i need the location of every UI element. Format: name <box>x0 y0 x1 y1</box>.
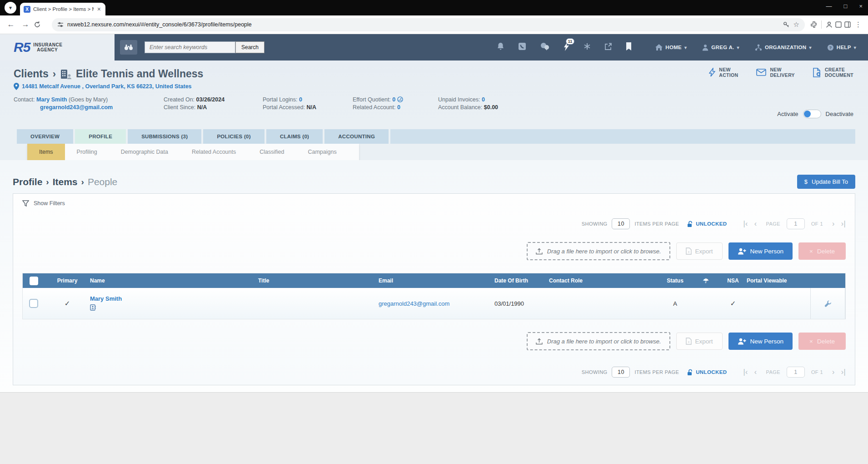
related-account-value[interactable]: 0 <box>397 104 400 111</box>
row-settings-button[interactable] <box>810 288 845 319</box>
tab-profile[interactable]: PROFILE <box>75 129 126 144</box>
tab-accounting[interactable]: ACCOUNTING <box>324 129 389 144</box>
col-dob[interactable]: Date Of Birth <box>494 277 549 284</box>
profile-icon[interactable] <box>825 21 833 29</box>
app-logo[interactable]: R5 INSURANCE AGENCY <box>0 34 115 61</box>
insurance-umbrella-icon[interactable]: ☂ <box>692 277 719 284</box>
tab-close-icon[interactable]: × <box>96 5 102 13</box>
file-dropzone[interactable]: Drag a file here to import or click to b… <box>527 332 670 350</box>
breadcrumb-profile[interactable]: Profile <box>13 177 42 187</box>
forward-button[interactable]: → <box>19 20 32 29</box>
activate-toggle[interactable] <box>803 110 821 118</box>
subtab-items[interactable]: Items <box>27 144 65 160</box>
tab-overview[interactable]: OVERVIEW <box>17 129 73 144</box>
site-settings-icon[interactable] <box>57 21 64 28</box>
items-per-page-input[interactable]: 10 <box>612 367 630 378</box>
col-contact-role[interactable]: Contact Role <box>549 277 658 284</box>
person-email-link[interactable]: gregarnold243@gmail.com <box>379 300 449 307</box>
nav-organization[interactable]: ORGANIZATION ▾ <box>755 44 812 51</box>
last-page-button[interactable]: ›| <box>841 368 846 376</box>
first-page-button[interactable]: |‹ <box>743 368 748 376</box>
create-document-button[interactable]: CREATEDOCUMENT <box>813 67 853 78</box>
new-person-button[interactable]: New Person <box>728 242 793 260</box>
show-filters-button[interactable]: Show Filters <box>22 200 846 207</box>
select-all-checkbox[interactable] <box>30 277 38 285</box>
page-number-input[interactable]: 1 <box>787 367 805 378</box>
new-person-button[interactable]: New Person <box>728 333 793 350</box>
file-dropzone[interactable]: Drag a file here to import or click to b… <box>527 242 670 260</box>
first-page-button[interactable]: |‹ <box>743 220 748 228</box>
browser-tab[interactable]: X Client > Profile > Items > Mana × <box>20 3 105 15</box>
effort-quotient-value[interactable]: 0 <box>392 96 395 103</box>
tab-search-button[interactable]: ▾ <box>5 2 16 14</box>
browser-menu-icon[interactable]: ⋮ <box>853 20 863 29</box>
update-bill-to-button[interactable]: $ Update Bill To <box>797 175 855 189</box>
tab-submissions[interactable]: SUBMISSIONS (3) <box>128 129 201 144</box>
phone-button[interactable] <box>518 42 526 52</box>
extensions-icon[interactable] <box>810 21 818 28</box>
subtab-profiling[interactable]: Profiling <box>65 144 109 160</box>
gauge-icon[interactable] <box>397 96 403 102</box>
delete-button[interactable]: × Delete <box>798 333 846 350</box>
sticky-notes-button[interactable] <box>584 43 591 52</box>
contact-card-button[interactable] <box>90 304 258 312</box>
page-number-input[interactable]: 1 <box>787 218 805 229</box>
breadcrumb-items[interactable]: Items <box>53 177 78 187</box>
lock-toggle[interactable]: UNLOCKED <box>687 369 727 376</box>
downloads-icon[interactable] <box>835 21 842 28</box>
person-name-link[interactable]: Mary Smith <box>90 295 258 302</box>
nav-home[interactable]: HOME ▾ <box>655 44 687 51</box>
url-text[interactable]: nxweb12.nexsure.com/nexui/#/entity_conso… <box>67 21 779 28</box>
messages-button[interactable] <box>540 42 550 52</box>
client-address[interactable]: 14481 Metcalf Avenue , Overland Park, KS… <box>22 83 192 90</box>
minimize-button[interactable]: — <box>826 3 832 10</box>
subtab-campaigns[interactable]: Campaigns <box>296 144 348 160</box>
address-bar[interactable]: nxweb12.nexsure.com/nexui/#/entity_conso… <box>52 18 805 31</box>
maximize-button[interactable]: □ <box>844 3 848 10</box>
contact-name-link[interactable]: Mary Smith <box>36 96 67 103</box>
bookmarks-button[interactable] <box>626 42 632 52</box>
col-email[interactable]: Email <box>379 277 494 284</box>
col-nsa[interactable]: NSA <box>719 277 747 284</box>
delete-button[interactable]: × Delete <box>798 242 846 260</box>
lock-toggle[interactable]: UNLOCKED <box>687 221 727 227</box>
side-panel-icon[interactable] <box>844 21 851 28</box>
contact-email-link[interactable]: gregarnold243@gmail.com <box>40 104 113 111</box>
actions-button[interactable]: 11 <box>564 42 570 53</box>
prev-page-button[interactable]: ‹ <box>754 368 757 376</box>
new-delivery-button[interactable]: NEWDELIVERY <box>756 67 795 78</box>
prev-page-button[interactable]: ‹ <box>754 220 757 228</box>
subtab-related-accounts[interactable]: Related Accounts <box>180 144 248 160</box>
external-link-button[interactable] <box>604 43 612 52</box>
col-status[interactable]: Status <box>658 277 692 284</box>
search-input[interactable] <box>145 41 235 53</box>
advanced-search-button[interactable] <box>120 40 137 55</box>
tab-claims[interactable]: CLAIMS (0) <box>266 129 323 144</box>
col-name[interactable]: Name <box>90 277 258 284</box>
password-key-icon[interactable] <box>783 21 790 28</box>
nav-help[interactable]: ? HELP ▾ <box>827 44 856 51</box>
nav-user[interactable]: GREG A. ▾ <box>702 44 739 51</box>
back-button[interactable]: ← <box>5 20 17 29</box>
next-page-button[interactable]: › <box>832 220 835 228</box>
close-window-button[interactable]: × <box>859 3 863 10</box>
col-primary[interactable]: Primary <box>45 277 90 284</box>
subtab-demographic-data[interactable]: Demographic Data <box>109 144 180 160</box>
client-address-row[interactable]: 14481 Metcalf Avenue , Overland Park, KS… <box>14 83 868 90</box>
clients-link[interactable]: Clients <box>14 68 49 80</box>
subtab-classified[interactable]: Classified <box>248 144 296 160</box>
last-page-button[interactable]: ›| <box>841 220 846 228</box>
col-title[interactable]: Title <box>258 277 379 284</box>
bookmark-star-icon[interactable]: ☆ <box>793 20 799 29</box>
col-portal-viewable[interactable]: Portal Viewable <box>747 277 810 284</box>
next-page-button[interactable]: › <box>832 368 835 376</box>
row-checkbox[interactable] <box>29 299 38 308</box>
unpaid-invoices-value[interactable]: 0 <box>482 96 485 103</box>
new-action-button[interactable]: NEWACTION <box>709 67 738 78</box>
notifications-button[interactable] <box>497 42 504 52</box>
search-button[interactable]: Search <box>235 41 264 53</box>
portal-logins-value[interactable]: 0 <box>299 96 302 103</box>
tab-policies[interactable]: POLICIES (0) <box>203 129 264 144</box>
export-button[interactable]: x Export <box>676 242 723 260</box>
reload-button[interactable] <box>34 21 46 28</box>
